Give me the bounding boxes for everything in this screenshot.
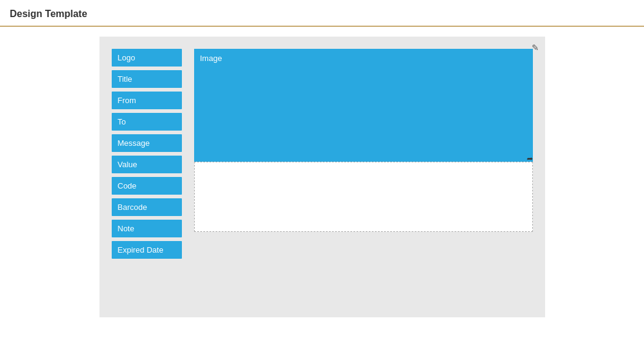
design-area: ✎ LogoTitleFromToMessageValueCodeBarcode… [99, 37, 545, 317]
canvas-area: Image ➦ [194, 49, 533, 232]
btn-barcode[interactable]: Barcode [112, 198, 182, 216]
buttons-panel: LogoTitleFromToMessageValueCodeBarcodeNo… [112, 49, 182, 259]
main-content: ✎ LogoTitleFromToMessageValueCodeBarcode… [0, 27, 644, 327]
btn-from[interactable]: From [112, 92, 182, 109]
btn-note[interactable]: Note [112, 220, 182, 237]
btn-code[interactable]: Code [112, 177, 182, 195]
page-title: Design Template [10, 9, 87, 19]
btn-expired-date[interactable]: Expired Date [112, 241, 182, 259]
btn-to[interactable]: To [112, 113, 182, 131]
image-block: Image ➦ [194, 49, 533, 162]
btn-title[interactable]: Title [112, 70, 182, 88]
template-inner: LogoTitleFromToMessageValueCodeBarcodeNo… [112, 49, 533, 259]
page-header: Design Template [0, 0, 644, 27]
btn-message[interactable]: Message [112, 134, 182, 152]
btn-logo[interactable]: Logo [112, 49, 182, 67]
content-block [194, 162, 533, 232]
image-label: Image [200, 54, 222, 63]
resize-handle[interactable]: ➦ [526, 154, 534, 163]
btn-value[interactable]: Value [112, 156, 182, 173]
